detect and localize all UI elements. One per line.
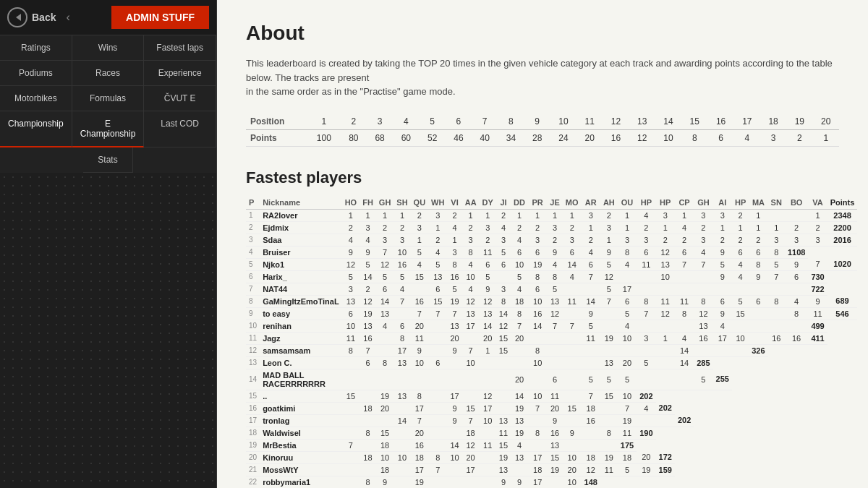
table-row: 13Leon C.681310610101320514285 <box>246 356 857 369</box>
nav-experience[interactable]: Experience <box>144 61 216 86</box>
table-row: 3Sdaa4433121323432321332232223332016 <box>246 234 857 246</box>
table-row: 20Kinoruu1810101881020191317151018191820… <box>246 451 857 463</box>
nav-podiums[interactable]: Podiums <box>0 61 72 86</box>
table-row: 4Bruiser99710543811566964986126496681108 <box>246 246 857 258</box>
back-circle-icon <box>7 7 27 27</box>
desc-text-1: This leaderboard is created by taking th… <box>246 58 833 83</box>
chevron-left-button[interactable]: ‹ <box>66 11 69 24</box>
table-row: 5Njko11251216458466101941465411137754859… <box>246 258 857 270</box>
nav-grid: Ratings Wins Fastest laps Podiums Races … <box>0 35 216 147</box>
points-table: Position1234567891011121314151617181920P… <box>246 114 839 147</box>
back-label: Back <box>32 12 56 23</box>
table-row: 18Waldwisel815201811198169811190 <box>246 427 857 439</box>
nav-motorbikes[interactable]: Motorbikes <box>0 86 72 111</box>
table-row: 19MrBestia7181614121115413175 <box>246 439 857 451</box>
table-row: 10renihan10134620131714127147754134499 <box>246 320 857 332</box>
table-row: 14MAD BALL RACERRRRRRR2065555255 <box>246 369 857 390</box>
table-row: 15..1519138171214101171510202 <box>246 390 857 402</box>
table-row: 7NAT44326465493465517722 <box>246 283 857 295</box>
fastest-players-title: Fastest players <box>246 168 839 187</box>
main-content: About This leaderboard is created by tak… <box>217 0 868 488</box>
table-row: 11Jagz1116811202015201119103141617101616… <box>246 332 857 344</box>
nav-ratings[interactable]: Ratings <box>0 35 72 61</box>
nav-e-championship[interactable]: E Championship <box>72 111 145 147</box>
table-row: 17tronlag1479710131391619202 <box>246 414 857 427</box>
table-row: 1RA2lover11112321121111321431332112348 <box>246 209 857 221</box>
sidebar-dots-bg <box>0 173 216 488</box>
arrow-left-icon <box>16 14 21 21</box>
admin-button[interactable]: ADMIN STUFF <box>111 6 209 29</box>
description: This leaderboard is created by taking th… <box>246 56 839 99</box>
table-row: 8GaMingItzEmoTinaL1312147161519121281810… <box>246 295 857 307</box>
desc-text-2: in the same order as in the "Practise" g… <box>246 86 456 97</box>
nav-formulas[interactable]: Formulas <box>72 86 145 111</box>
nav-races[interactable]: Races <box>72 61 145 86</box>
nav-fastest-laps[interactable]: Fastest laps <box>144 35 216 61</box>
table-row: 21MossWtY1817717131819201211519159 <box>246 463 857 476</box>
table-row: 12samsamsam8717997115814326 <box>246 344 857 356</box>
table-row: 22robbymaria18919991710148 <box>246 476 857 488</box>
table-row: 16goatkimi1820179151719720151874202 <box>246 402 857 414</box>
nav-stats[interactable]: Stats <box>83 147 132 173</box>
page-title: About <box>246 22 839 45</box>
nav-cvut-e[interactable]: ČVUT E <box>144 86 216 111</box>
sidebar: Back ‹ ADMIN STUFF Ratings Wins Fastest … <box>0 0 217 488</box>
nav-championship[interactable]: Championship <box>0 111 72 147</box>
table-row: 6Harix_5145515131610558847121094976730 <box>246 270 857 283</box>
nav-last-cod[interactable]: Last COD <box>144 111 216 147</box>
nav-wins[interactable]: Wins <box>72 35 145 61</box>
back-button[interactable]: Back <box>7 7 56 27</box>
leaderboard-table: PNicknameHOFHGHSHQUWHVIAADYJIDDPRJEMOARA… <box>246 196 857 489</box>
table-row: 2Ejdmix2322314234223213121421111222200 <box>246 221 857 234</box>
top-bar: Back ‹ ADMIN STUFF <box>0 0 216 35</box>
table-row: 9to easy61913777131314816129571281291581… <box>246 307 857 320</box>
nav-stats-row: Stats <box>0 147 216 173</box>
